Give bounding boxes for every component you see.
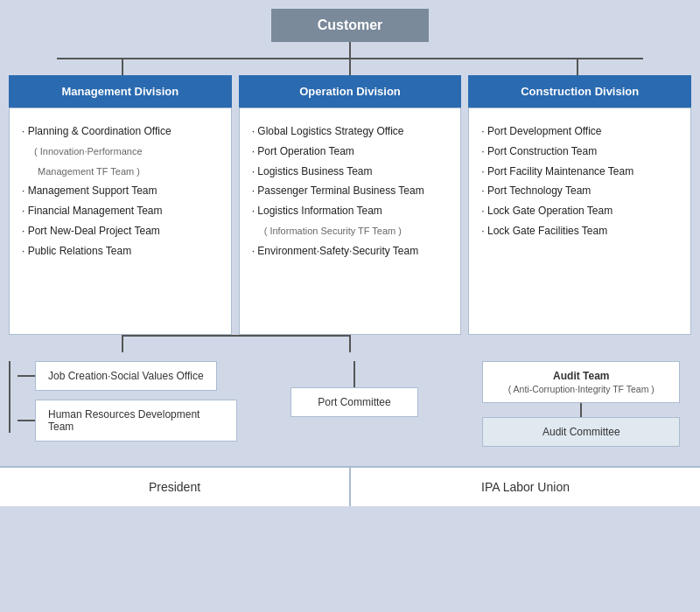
customer-connector [0,42,700,58]
audit-team-sub: ( Anti-Corruption·Integrity TF Team ) [492,384,670,394]
drop-line-1 [122,59,123,75]
bottom-drop-line-2 [349,335,351,352]
management-division-header: Management Division [9,75,232,108]
bottom-right-col: Audit Team ( Anti-Corruption·Integrity T… [472,352,691,447]
bottom-section: Job Creation·Social Values Office Human … [9,352,691,447]
bottom-h-line [122,335,350,337]
mgmt-item-4: · Port New-Deal Project Team [22,225,160,237]
bottom-drop-line-1 [122,335,123,352]
construction-division-header: Construction Division [468,75,691,108]
construction-content: · Port Development Office · Port Constru… [468,108,691,335]
audit-committee-box: Audit Committee [482,417,680,447]
bottom-drop-1 [9,335,236,352]
customer-box: Customer [271,9,429,42]
job-creation-row: Job Creation·Social Values Office [18,361,237,391]
audit-team-label: Audit Team [492,370,670,382]
job-creation-h-stub [18,375,35,377]
division-drops [9,59,691,75]
mgmt-item-3: · Financial Management Team [22,205,163,217]
bottom-drop-2 [236,335,464,352]
bottom-mid-col: Port Committee [244,352,464,417]
operation-division-header: Operation Division [239,75,462,108]
division-content-row: · Planning & Coordination Office ( Innov… [9,108,691,335]
management-content: · Planning & Coordination Office ( Innov… [9,108,232,335]
mgmt-item-1-sub2: Management TF Team ) [38,166,140,177]
drop-1 [9,59,236,75]
bottom-drop-3 [464,335,691,352]
drop-line-2 [349,59,351,75]
mgmt-item-1-sub: ( Innovation·Performance [34,146,143,156]
org-chart: Customer Management Division Operation D… [0,0,700,506]
con-item-6: · Lock Gate Facilities Team [481,225,607,237]
con-item-2: · Port Construction Team [481,145,597,157]
mgmt-item-2: · Management Support Team [22,184,158,197]
customer-v-line [349,42,351,58]
drop-2 [236,59,464,75]
bottom-connector-area [9,335,691,352]
op-item-1: · Global Logistics Strategy Office [252,125,404,137]
op-item-6: · Environment·Safety·Security Team [252,245,419,257]
footer-row: President IPA Labor Union [0,466,700,506]
drop-3 [464,59,691,75]
port-committee-box: Port Committee [290,387,417,417]
president-footer: President [0,468,351,506]
bottom-left-col: Job Creation·Social Values Office Human … [9,352,237,442]
left-v-bar [9,361,10,433]
hr-dev-h-stub [18,420,35,421]
con-item-5: · Lock Gate Operation Team [481,205,612,217]
port-v-line [354,361,355,387]
operation-content: · Global Logistics Strategy Office · Por… [239,108,462,335]
op-item-5-sub: ( Information Security TF Team ) [264,226,402,236]
op-item-5: · Logistics Information Team [252,205,382,217]
division-headers-row: Management Division Operation Division C… [9,75,691,108]
audit-team-box: Audit Team ( Anti-Corruption·Integrity T… [482,361,680,403]
customer-row: Customer [0,9,700,42]
drop-line-3 [577,59,578,75]
bottom-v-drops [9,335,691,352]
mgmt-item-1: · Planning & Coordination Office [22,125,172,137]
con-item-4: · Port Technology Team [481,184,591,197]
ipa-footer: IPA Labor Union [351,468,700,506]
audit-connector-line [580,403,582,417]
mgmt-item-5: · Public Relations Team [22,245,131,257]
job-creation-box: Job Creation·Social Values Office [35,361,217,391]
con-item-3: · Port Facility Maintenance Team [481,165,634,177]
con-item-1: · Port Development Office [481,125,601,137]
op-item-2: · Port Operation Team [252,145,354,157]
hr-dev-box: Human Resources Development Team [35,400,237,442]
op-item-4: · Passenger Terminal Business Team [252,184,424,197]
hr-dev-row: Human Resources Development Team [18,400,237,442]
op-item-3: · Logistics Business Team [252,165,373,177]
